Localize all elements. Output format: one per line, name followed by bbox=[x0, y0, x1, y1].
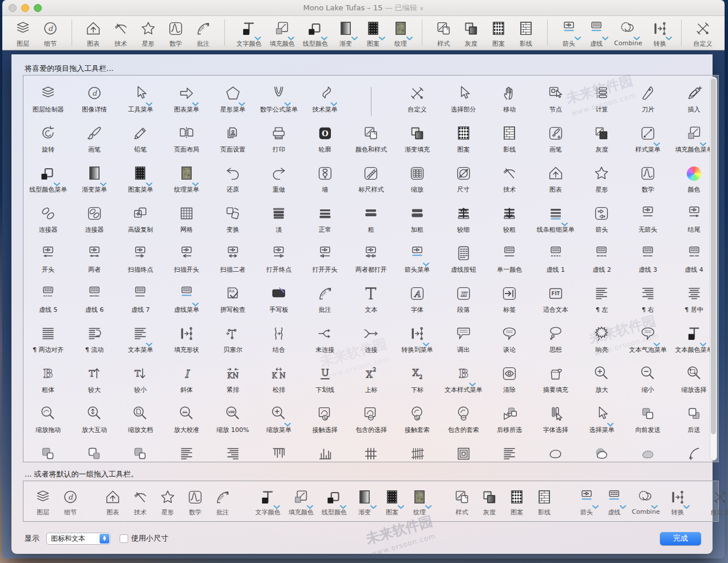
toolbar-item-text-color[interactable]: 文字颜色 bbox=[251, 486, 284, 517]
palette-item-cursor[interactable]: 工具菜单 bbox=[117, 81, 164, 121]
palette-item-chain-box[interactable]: 连接器 bbox=[72, 201, 118, 241]
palette-item-arrow-under-sweepStart[interactable]: 扫描开头 bbox=[164, 241, 210, 282]
done-button[interactable]: 完成 bbox=[660, 532, 701, 545]
palette-item-arrow-under-menu[interactable]: 箭头菜单 bbox=[394, 241, 441, 282]
palette-item-paint-jug[interactable]: 摘要填充 bbox=[533, 362, 579, 402]
palette-item-contain-select[interactable]: 包含的选择 bbox=[348, 402, 394, 442]
palette-item-lines-bold[interactable]: 粗 bbox=[348, 201, 394, 241]
palette-item-kern-loose[interactable]: K N松排 bbox=[256, 362, 302, 402]
palette-item-lines-normal[interactable]: 正常 bbox=[302, 201, 349, 241]
toolbar-item-gradient-swatch[interactable]: 渐变 bbox=[351, 486, 378, 517]
toolbar-item-texture-swatch[interactable]: 纹理 bbox=[387, 18, 414, 48]
palette-item-arrowpair-box[interactable]: 箭头 bbox=[579, 201, 625, 241]
palette-item-pages-split[interactable]: 页面布局 bbox=[164, 121, 210, 161]
toolbar-item-diamond-swatch[interactable]: 图案 bbox=[485, 18, 512, 48]
palette-item-zoom-in[interactable]: 放大 bbox=[579, 362, 625, 402]
palette-item-lines-bolder[interactable]: 加粗 bbox=[394, 201, 441, 241]
palette-item-arrow-under-openStart[interactable]: 打开开头 bbox=[302, 241, 349, 282]
palette-item-convert[interactable]: 填充形状 bbox=[164, 322, 210, 362]
palette-item-italic-I[interactable]: I斜体 bbox=[164, 362, 210, 402]
palette-item-histogram[interactable] bbox=[302, 442, 349, 462]
palette-item-adv-copy[interactable]: 高级复制 bbox=[117, 201, 164, 241]
palette-item-plines-flow[interactable]: ¶ 流动 bbox=[72, 322, 118, 362]
toolbar-item-gradient-swatch[interactable]: 渐变 bbox=[332, 18, 359, 48]
palette-item-style-squares[interactable]: 颜色和样式 bbox=[348, 121, 394, 161]
palette-item-plines-justify[interactable]: ¶ 两边对齐 bbox=[25, 322, 72, 362]
palette-item-tech-pick[interactable]: 技术 bbox=[486, 161, 533, 201]
toolbar-item-detail-d[interactable]: d细节 bbox=[37, 18, 64, 48]
palette-item-arrow-under-openBoth[interactable]: 两者都打开 bbox=[348, 241, 394, 282]
palette-item-fit-box[interactable]: FIT适合文本 bbox=[533, 282, 579, 322]
scrollbar-thumb[interactable] bbox=[711, 78, 716, 434]
small-size-checkbox[interactable] bbox=[120, 534, 128, 543]
palette-item-plines-right[interactable]: ¶ 右 bbox=[625, 282, 671, 322]
palette-item-talk-bubble[interactable]: 文本气泡菜单 bbox=[625, 322, 671, 362]
palette-item-superscript[interactable]: X2上标 bbox=[348, 362, 394, 402]
palette-item-brush-box[interactable]: 画笔 bbox=[533, 121, 579, 161]
palette-item-connect[interactable]: 连接 bbox=[348, 322, 394, 362]
palette-item-text-T[interactable]: 文本 bbox=[348, 282, 394, 322]
palette-item-lines-thinner[interactable]: 较细 bbox=[440, 201, 486, 241]
palette-item-disconnect[interactable]: 未连接 bbox=[302, 322, 349, 362]
title-bar[interactable]: Mono Lake Tufas – 15 — 已编辑 ∨ bbox=[2, 0, 725, 16]
palette-item-move-back[interactable]: 后移所选 bbox=[486, 402, 533, 442]
palette-item-zoom-doc[interactable]: 缩放文档 bbox=[117, 402, 164, 442]
palette-item-transform[interactable]: 变换 bbox=[209, 201, 256, 241]
toolbar-item-line-color[interactable]: 线型颜色 bbox=[299, 18, 332, 48]
palette-item-redo[interactable]: 重做 bbox=[256, 161, 302, 201]
toolbar-item-math-wave[interactable]: 数学 bbox=[181, 486, 209, 517]
palette-item-plines-left[interactable]: 文本菜单 bbox=[117, 322, 164, 362]
palette-item-list-hang[interactable] bbox=[256, 442, 302, 462]
palette-item-dash-under-5[interactable]: 虚线 5 bbox=[25, 282, 72, 322]
toolbar-item-dash-under-menu[interactable]: 虚线 bbox=[583, 18, 610, 48]
palette-item-paragraph-box[interactable]: π段落 bbox=[440, 282, 486, 322]
palette-item-zoom-interact[interactable]: 放大互动 bbox=[72, 402, 118, 442]
palette-item-pencil[interactable]: 铅笔 bbox=[117, 121, 164, 161]
palette-item-blade[interactable]: 刀片 bbox=[625, 81, 671, 121]
palette-item-dash-doc[interactable]: 虚线按钮 bbox=[440, 241, 486, 282]
toolbar-item-gray-squares[interactable]: 灰度 bbox=[457, 18, 485, 48]
toolbar-item-tech-pick[interactable]: 技术 bbox=[107, 18, 134, 48]
palette-item-paintbrush[interactable]: 画笔 bbox=[72, 121, 118, 161]
palette-item-chain[interactable]: 连接器 bbox=[25, 201, 72, 241]
palette-item-bold-B[interactable]: B粗体 bbox=[25, 362, 72, 402]
toolbar-item-chart-house[interactable]: 图表 bbox=[80, 18, 107, 48]
palette-item-node-cursor[interactable]: 节点 bbox=[533, 81, 579, 121]
toolbar-item-arrow-under-menu[interactable]: 箭头 bbox=[573, 486, 600, 517]
display-mode-select[interactable]: 图标和文本 ▲▼ bbox=[46, 533, 110, 545]
palette-item-contain-lasso[interactable]: 包含的套索 bbox=[440, 402, 486, 442]
scrollbar[interactable] bbox=[710, 77, 717, 461]
palette-item-ruler-box[interactable]: 标尺样式 bbox=[348, 161, 394, 201]
palette-item-rotate[interactable]: 旋转 bbox=[25, 121, 72, 161]
toolbar-item-pattern-swatch[interactable]: 图案 bbox=[378, 486, 406, 517]
toolbar-item-text-color[interactable]: 文字颜色 bbox=[232, 18, 266, 48]
palette-item-dash-under-3[interactable]: 虚线 3 bbox=[625, 241, 671, 282]
palette-item-dash-under-7[interactable]: 虚线 7 bbox=[117, 282, 164, 322]
toolbar-item-chart-house[interactable]: 图表 bbox=[99, 486, 126, 517]
palette-item-zoom-drag[interactable]: 缩放拖动 bbox=[25, 402, 72, 442]
palette-item-grid[interactable]: 网格 bbox=[164, 201, 210, 241]
toolbar-item-style-squares[interactable]: 样式 bbox=[448, 486, 476, 517]
palette-item-outline-o[interactable]: O轮廓 bbox=[302, 121, 349, 161]
toolbar-item-annotation[interactable]: text批注 bbox=[189, 18, 217, 48]
palette-item-sq-back[interactable] bbox=[25, 442, 72, 462]
palette-item-lines-menu[interactable]: 线条粗细菜单 bbox=[533, 201, 579, 241]
toolbar-item-line-color[interactable]: 线型颜色 bbox=[318, 486, 351, 517]
palette-item-tablet[interactable]: 手写板 bbox=[256, 282, 302, 322]
toolbar-item-pattern-swatch[interactable]: 图案 bbox=[359, 18, 387, 48]
palette-item-tools[interactable]: 自定义 bbox=[394, 81, 441, 121]
palette-item-star[interactable]: 星形 bbox=[579, 161, 625, 201]
toolbar-item-tools[interactable]: 自定义 bbox=[689, 18, 717, 48]
palette-item-printer[interactable]: 打印 bbox=[256, 121, 302, 161]
toolbar-item-convert[interactable]: 转换 bbox=[646, 18, 674, 48]
palette-item-arrow-under-openEnd[interactable]: 打开终点 bbox=[256, 241, 302, 282]
palette-item-zoom-out[interactable]: 缩小 bbox=[625, 362, 671, 402]
palette-item-math-wave[interactable]: 数学 bbox=[625, 161, 671, 201]
palette-item-dash-under-1[interactable]: 虚线 1 bbox=[533, 241, 579, 282]
palette-item-diameter-box[interactable]: 尺寸 bbox=[440, 161, 486, 201]
palette-item-arrow-under-plain[interactable]: 无箭头 bbox=[625, 201, 671, 241]
toolbar-item-brick-swatch[interactable]: 影线 bbox=[512, 18, 540, 48]
palette-item-hatch-lines[interactable] bbox=[394, 442, 441, 462]
toolbar-item-annotation[interactable]: text批注 bbox=[209, 486, 236, 517]
palette-item-subscript[interactable]: X2下标 bbox=[394, 362, 441, 402]
